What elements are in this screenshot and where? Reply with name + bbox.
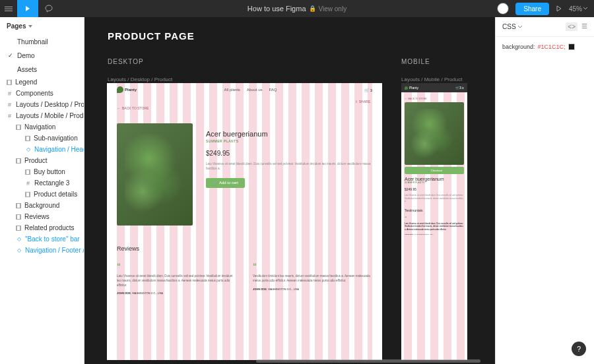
zoom-control[interactable]: 45% — [569, 5, 587, 13]
main-menu-button[interactable] — [0, 0, 17, 17]
layer-label: Rectangle 3 — [34, 179, 69, 187]
quote-icon: “ — [117, 262, 236, 271]
product-category: SUMMER PLANTS — [405, 181, 464, 184]
product-description: Lato Vivamus sit amet blandit diam. Duis… — [405, 194, 464, 203]
desktop-artboard[interactable]: Planty All plants About us FAQ 🛒 3 ← BAC… — [107, 83, 382, 360]
layer-row[interactable]: Components — [0, 88, 84, 99]
move-tool-tab[interactable] — [17, 0, 38, 17]
review-card: “ Lato Vivamus sit amet blandit diam. Du… — [117, 262, 236, 295]
layer-label: Related products — [24, 224, 75, 231]
share-link: ⇪ SHARE — [355, 100, 370, 104]
css-value: #1C1C1C; — [538, 44, 566, 50]
code-view-icon[interactable]: <> — [566, 22, 578, 31]
layer-row[interactable]: Layouts / Mobile / Product — [0, 110, 84, 121]
chevron-down-icon — [583, 7, 587, 10]
nav-link: All plants — [224, 88, 240, 92]
layer-row[interactable]: Navigation — [0, 121, 84, 133]
layer-row[interactable]: Product — [0, 155, 84, 166]
layer-row[interactable]: Navigation / Head… — [0, 144, 84, 155]
canvas[interactable]: PRODUCT PAGE DESKTOP MOBILE Layouts / De… — [84, 17, 495, 364]
rect-icon — [16, 158, 21, 164]
file-name: How to use Figma — [248, 5, 306, 13]
play-icon — [24, 5, 31, 12]
reviews-heading: Reviews — [117, 245, 372, 252]
help-button[interactable]: ? — [572, 342, 586, 356]
layer-row[interactable]: Reviews — [0, 211, 84, 222]
layer-row[interactable]: Product details — [0, 189, 84, 200]
file-title[interactable]: How to use Figma 🔒 View only — [248, 5, 346, 13]
desktop-header: Planty All plants About us FAQ 🛒 3 — [107, 83, 382, 96]
quote-icon: “ — [405, 216, 464, 220]
product-price: $249.95 — [405, 187, 464, 191]
desktop-section-label: DESKTOP — [108, 58, 144, 65]
layer-row[interactable]: Sub-navigation — [0, 133, 84, 144]
product-info: Acer buergerianum SUMMER PLANTS $249.95 … — [206, 123, 372, 226]
pages-header[interactable]: Pages — [0, 17, 84, 35]
hash-icon — [7, 90, 13, 96]
mobile-frame-label[interactable]: Layouts / Mobile / Product — [401, 76, 463, 82]
rect-icon — [25, 192, 30, 197]
diamond-icon — [25, 146, 31, 152]
comment-tool-tab[interactable] — [38, 0, 59, 17]
layer-row[interactable]: Legend — [0, 76, 84, 88]
code-language-select[interactable]: CSS — [502, 23, 522, 30]
review-author: JOHN DOE, WASHINGTON D.C., USA — [117, 291, 236, 295]
quote-icon: “ — [253, 262, 372, 271]
layer-label: Background — [24, 202, 59, 209]
layer-row[interactable]: Buy button — [0, 166, 84, 177]
layer-label: Sub-navigation — [34, 135, 78, 142]
back-to-store-link: ← BACK TO STORE — [117, 106, 372, 110]
layer-row[interactable]: Related products — [0, 222, 84, 233]
layer-label: Components — [16, 90, 53, 97]
review-author: JOHN DOE, WASHINGTON D.C., USA — [405, 233, 464, 235]
leaf-icon — [117, 86, 123, 93]
layer-row[interactable]: Navigation / Footer / … — [0, 245, 84, 256]
topbar: How to use Figma 🔒 View only Share 45% — [0, 0, 594, 17]
desktop-frame-label[interactable]: Layouts / Desktop / Product — [108, 76, 172, 82]
page-item[interactable]: Assets — [0, 63, 84, 76]
frame-icon — [25, 180, 31, 186]
zoom-value: 45% — [569, 5, 582, 13]
mobile-header: Planty 🛒3 ≡ — [401, 83, 467, 92]
layer-label: Navigation / Footer / … — [25, 247, 84, 254]
layer-label: Buy button — [34, 168, 65, 175]
inspect-view-toggles: <> ☰ — [566, 22, 587, 31]
rect-icon — [16, 203, 21, 208]
nav-link: About us — [247, 88, 263, 92]
layer-row[interactable]: Layouts / Desktop / Product — [0, 99, 84, 110]
page-item[interactable]: Thumbnail — [0, 35, 84, 49]
user-avatar[interactable] — [497, 3, 509, 15]
hash-icon — [7, 102, 13, 107]
css-property: background: — [502, 44, 535, 50]
nav-links: All plants About us FAQ — [224, 88, 277, 92]
review-author: JOHN DOE, WASHINGTON D.C., USA — [253, 288, 372, 291]
layer-label: Reviews — [24, 213, 50, 220]
product-image — [117, 123, 193, 226]
horizontal-scrollbar[interactable] — [256, 359, 480, 363]
rect-icon — [16, 214, 21, 220]
testimonials-heading: Testimonials — [405, 208, 464, 212]
lock-icon: 🔒 — [309, 5, 316, 12]
review-card: “ Lato Vivamus sit amet blandit diam. Du… — [405, 216, 464, 236]
layer-row[interactable]: "Back to store" bar — [0, 233, 84, 245]
brand-logo: Planty — [117, 86, 137, 93]
inspect-panel: CSS <> ☰ background: #1C1C1C; — [495, 17, 594, 364]
main: Pages ThumbnailDemoAssets LegendComponen… — [0, 17, 594, 364]
topbar-left — [0, 0, 59, 17]
product-image — [405, 102, 464, 165]
cart-indicator: 🛒3 ≡ — [455, 86, 464, 90]
mobile-artboard[interactable]: Planty 🛒3 ≡ ← BACK TO STORE 🛒 Checkout A… — [401, 83, 467, 360]
topbar-right: Share 45% — [497, 3, 594, 15]
share-button[interactable]: Share — [515, 3, 549, 15]
page-item[interactable]: Demo — [0, 49, 84, 63]
rect-icon — [16, 125, 21, 130]
css-property-row[interactable]: background: #1C1C1C; — [496, 37, 594, 57]
diamond-icon — [16, 247, 22, 253]
present-icon[interactable] — [556, 5, 562, 12]
layer-label: Product details — [34, 191, 77, 198]
layer-row[interactable]: Rectangle 3 — [0, 177, 84, 189]
list-view-icon[interactable]: ☰ — [581, 22, 587, 31]
layer-row[interactable]: Background — [0, 200, 84, 211]
inspect-header: CSS <> ☰ — [496, 17, 594, 37]
layer-label: Layouts / Desktop / Product — [16, 101, 84, 108]
